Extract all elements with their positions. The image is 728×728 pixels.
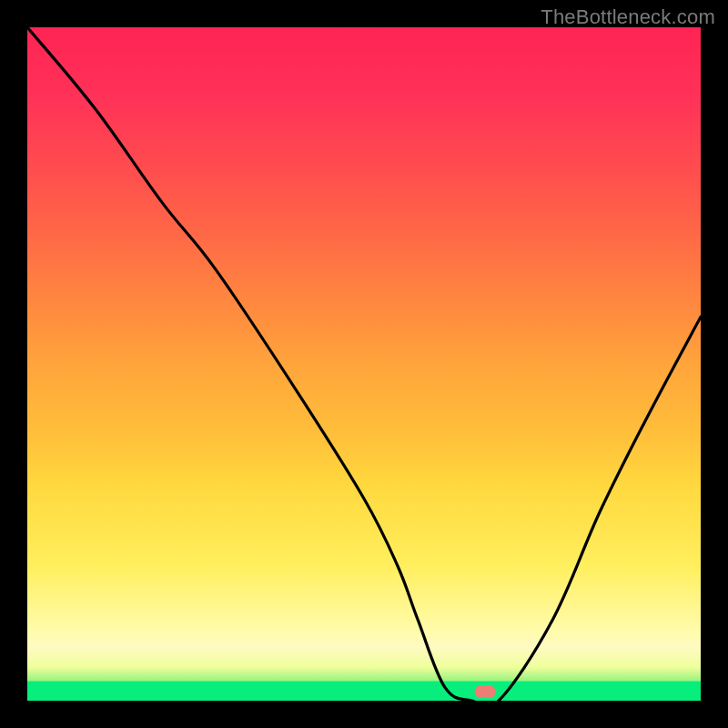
bottleneck-curve (27, 27, 701, 701)
chart-frame: TheBottleneck.com (0, 0, 728, 728)
watermark-label: TheBottleneck.com (541, 5, 715, 29)
optimal-marker (475, 685, 496, 698)
chart-plot-area (27, 27, 701, 701)
